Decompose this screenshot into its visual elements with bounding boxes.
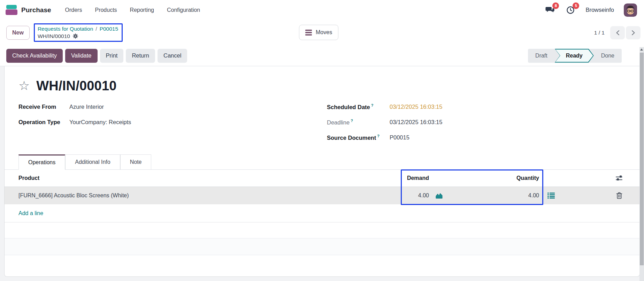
control-panel: New Requests for Quotation / P00015 WH/I… bbox=[0, 20, 644, 45]
vertical-scrollbar[interactable] bbox=[639, 47, 644, 281]
breadcrumb-current: WH/IN/00010 bbox=[38, 32, 70, 40]
user-avatar[interactable] bbox=[624, 3, 637, 17]
detailed-operations-list-icon[interactable] bbox=[547, 192, 555, 199]
check-availability-button[interactable]: Check Availability bbox=[6, 49, 63, 63]
app-name: Purchase bbox=[21, 6, 51, 14]
add-a-line-link[interactable]: Add a line bbox=[18, 210, 43, 217]
breadcrumb-parent-link[interactable]: P00015 bbox=[100, 25, 118, 32]
messages-button[interactable]: 8 bbox=[545, 5, 555, 15]
help-icon: ? bbox=[371, 103, 374, 107]
app-brand[interactable]: Purchase bbox=[6, 5, 51, 15]
pager: 1 / 1 bbox=[594, 26, 641, 39]
menu-reporting[interactable]: Reporting bbox=[130, 7, 154, 13]
chevron-left-icon bbox=[616, 30, 620, 36]
tab-operations[interactable]: Operations bbox=[18, 154, 65, 170]
status-ready-active[interactable]: Ready bbox=[555, 49, 594, 63]
receive-from-label: Receive From bbox=[18, 104, 69, 110]
breadcrumb-separator: / bbox=[95, 25, 97, 32]
form-statusbar: Check Availability Validate Print Return… bbox=[0, 45, 644, 66]
menu-products[interactable]: Products bbox=[95, 7, 117, 13]
moves-stat-button[interactable]: Moves bbox=[299, 25, 338, 40]
row-quantity-cell[interactable]: 4.00 bbox=[449, 192, 539, 199]
tab-note[interactable]: Note bbox=[120, 154, 152, 170]
scrollbar-thumb[interactable] bbox=[640, 53, 644, 265]
content-area: ☆ WH/IN/00010 Receive From Azure Interio… bbox=[0, 66, 644, 281]
help-icon: ? bbox=[377, 134, 380, 138]
moves-label: Moves bbox=[316, 29, 332, 36]
optional-columns-icon[interactable] bbox=[616, 175, 623, 181]
status-draft[interactable]: Draft bbox=[528, 53, 555, 59]
forecast-chart-icon[interactable] bbox=[435, 192, 443, 199]
activities-button[interactable]: 5 bbox=[565, 5, 576, 15]
row-demand-cell[interactable]: 4.00 bbox=[400, 192, 429, 199]
tab-additional-info[interactable]: Additional Info bbox=[65, 154, 120, 170]
chevron-right-icon bbox=[631, 30, 635, 36]
operations-table: Product Demand Quantity bbox=[5, 170, 639, 277]
source-document-label: Source Document? bbox=[327, 134, 390, 141]
scheduled-date-value[interactable]: 03/12/2025 16:03:15 bbox=[390, 104, 442, 110]
deadline-label: Deadline? bbox=[327, 119, 390, 126]
breadcrumb-root-link[interactable]: Requests for Quotation bbox=[38, 25, 93, 32]
operation-type-value[interactable]: YourCompany: Receipts bbox=[69, 119, 131, 126]
screen: Purchase Orders Products Reporting Confi… bbox=[0, 0, 644, 281]
menu-configuration[interactable]: Configuration bbox=[167, 7, 200, 13]
main-menu: Orders Products Reporting Configuration bbox=[65, 7, 200, 13]
pager-next-button[interactable] bbox=[626, 26, 641, 39]
column-header-product[interactable]: Product bbox=[5, 175, 400, 181]
new-button[interactable]: New bbox=[6, 26, 30, 40]
scrollbar-up-arrow-icon[interactable] bbox=[640, 48, 643, 51]
menu-orders[interactable]: Orders bbox=[65, 7, 82, 13]
operation-type-label: Operation Type bbox=[18, 119, 69, 126]
status-widget: Draft Ready Done bbox=[528, 49, 622, 63]
breadcrumb-highlight-box: Requests for Quotation / P00015 WH/IN/00… bbox=[34, 23, 123, 42]
column-header-quantity[interactable]: Quantity bbox=[449, 175, 539, 181]
pager-value: 1 / 1 bbox=[594, 30, 605, 36]
source-document-value[interactable]: P00015 bbox=[390, 134, 409, 141]
pager-previous-button[interactable] bbox=[610, 26, 625, 39]
navbar-right: 8 5 Browseinfo bbox=[545, 3, 637, 17]
column-header-demand[interactable]: Demand bbox=[400, 175, 429, 181]
validate-button[interactable]: Validate bbox=[65, 49, 97, 63]
table-header: Product Demand Quantity bbox=[5, 170, 639, 187]
row-product-cell[interactable]: [FURN_6666] Acoustic Bloc Screens (White… bbox=[5, 192, 400, 199]
receive-from-value[interactable]: Azure Interior bbox=[69, 104, 104, 110]
return-button[interactable]: Return bbox=[126, 49, 155, 63]
empty-row bbox=[5, 222, 639, 238]
cancel-button[interactable]: Cancel bbox=[158, 49, 187, 63]
deadline-value[interactable]: 03/12/2025 16:03:15 bbox=[390, 119, 442, 126]
notebook-tabs: Operations Additional Info Note bbox=[5, 154, 639, 170]
favorite-star-icon[interactable]: ☆ bbox=[18, 79, 30, 92]
delete-row-trash-icon[interactable] bbox=[616, 192, 622, 199]
help-icon: ? bbox=[351, 119, 353, 123]
gear-icon[interactable] bbox=[72, 33, 78, 39]
table-row[interactable]: [FURN_6666] Acoustic Bloc Screens (White… bbox=[5, 187, 639, 204]
activities-badge: 5 bbox=[573, 2, 579, 9]
print-button[interactable]: Print bbox=[100, 49, 124, 63]
breadcrumb: Requests for Quotation / P00015 bbox=[38, 25, 118, 32]
moves-lines-icon bbox=[305, 30, 312, 36]
page-title: WH/IN/00010 bbox=[36, 78, 116, 93]
purchase-app-icon bbox=[6, 5, 17, 15]
empty-row bbox=[5, 255, 639, 277]
scheduled-date-label: Scheduled Date? bbox=[327, 103, 390, 111]
status-done[interactable]: Done bbox=[594, 53, 622, 59]
form-sheet: ☆ WH/IN/00010 Receive From Azure Interio… bbox=[4, 66, 640, 277]
top-navbar: Purchase Orders Products Reporting Confi… bbox=[0, 0, 644, 20]
empty-row bbox=[5, 238, 639, 255]
messages-badge: 8 bbox=[552, 2, 559, 9]
user-name[interactable]: Browseinfo bbox=[585, 7, 614, 13]
